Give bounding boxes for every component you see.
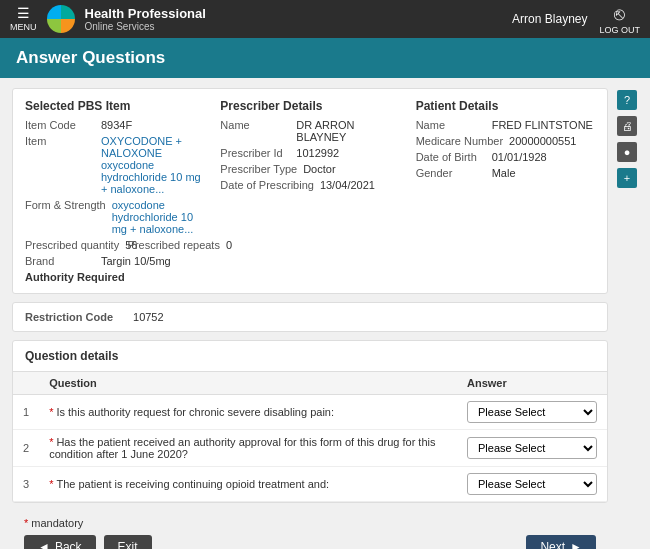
pbs-item-row: Item OXYCODONE + NALOXONE oxycodone hydr…: [25, 135, 204, 195]
page-title: Answer Questions: [16, 48, 165, 67]
gender-row: Gender Male: [416, 167, 595, 179]
print-button[interactable]: 🖨: [617, 116, 637, 136]
pbs-qty-label: Prescribed quantity: [25, 239, 119, 251]
col-answer-header: Answer: [457, 372, 607, 395]
logout-label: LOG OUT: [599, 25, 640, 35]
back-label: Back: [55, 540, 82, 549]
question-text: *The patient is receiving continuing opi…: [39, 467, 457, 502]
required-star: *: [49, 406, 53, 418]
logout-button[interactable]: ⎋ LOG OUT: [599, 4, 640, 35]
question-card: Question details Question Answer 1 *Is t…: [12, 340, 608, 503]
pbs-item-code-row: Item Code 8934F: [25, 119, 204, 131]
pbs-column: Selected PBS Item Item Code 8934F Item O…: [25, 99, 204, 283]
question-text: *Has the patient received an authority a…: [39, 430, 457, 467]
date-prescribing-value: 13/04/2021: [320, 179, 375, 191]
pbs-item-code-label: Item Code: [25, 119, 95, 131]
col-question-header: Question: [39, 372, 457, 395]
main-content: Selected PBS Item Item Code 8934F Item O…: [0, 78, 650, 549]
prescriber-name-value: DR ARRON BLAYNEY: [296, 119, 399, 143]
mandatory-note: * mandatory: [24, 517, 596, 529]
header-left: ☰ MENU Health Professional Online Servic…: [10, 5, 206, 33]
question-text: *Is this authority request for chronic s…: [39, 395, 457, 430]
prescriber-id-label: Prescriber Id: [220, 147, 290, 159]
date-prescribing-row: Date of Prescribing 13/04/2021: [220, 179, 399, 191]
logo-icon: [47, 5, 75, 33]
prescriber-type-label: Prescriber Type: [220, 163, 297, 175]
patient-column: Patient Details Name FRED FLINTSTONE Med…: [416, 99, 595, 283]
gender-value: Male: [492, 167, 516, 179]
help-button[interactable]: ?: [617, 90, 637, 110]
patient-name-value: FRED FLINTSTONE: [492, 119, 593, 131]
prescriber-type-value: Doctor: [303, 163, 335, 175]
prescriber-name-label: Name: [220, 119, 290, 143]
pbs-brand-label: Brand: [25, 255, 95, 267]
info-button[interactable]: ●: [617, 142, 637, 162]
dob-label: Date of Birth: [416, 151, 486, 163]
app-name-line2: Online Services: [85, 21, 206, 32]
pbs-repeats-label: Prescribed repeats: [128, 239, 220, 251]
page-title-bar: Answer Questions: [0, 38, 650, 78]
next-arrow-icon: ►: [570, 540, 582, 549]
prescriber-column: Prescriber Details Name DR ARRON BLAYNEY…: [220, 99, 399, 283]
required-star: *: [49, 478, 53, 490]
header-title: Health Professional Online Services: [85, 6, 206, 32]
answer-select-3[interactable]: Please Select Yes No: [467, 473, 597, 495]
patient-name-label: Name: [416, 119, 486, 131]
col-num-header: [13, 372, 39, 395]
prescriber-id-row: Prescriber Id 1012992: [220, 147, 399, 159]
mandatory-label: mandatory: [31, 517, 83, 529]
logout-icon: ⎋: [614, 4, 625, 25]
question-number: 2: [13, 430, 39, 467]
prescriber-name-row: Name DR ARRON BLAYNEY: [220, 119, 399, 143]
pbs-item-label: Item: [25, 135, 95, 195]
side-toolbar: ? 🖨 ● +: [616, 88, 638, 549]
medicare-row: Medicare Number 20000000551: [416, 135, 595, 147]
help-icon: ?: [624, 94, 630, 106]
menu-label: MENU: [10, 22, 37, 32]
medicare-value: 20000000551: [509, 135, 576, 147]
required-star: *: [49, 436, 53, 448]
user-name: Arron Blayney: [512, 12, 587, 26]
restriction-code-value: 10752: [133, 311, 164, 323]
menu-button[interactable]: ☰ MENU: [10, 5, 37, 33]
question-number: 3: [13, 467, 39, 502]
pbs-form-row: Form & Strength oxycodone hydrochloride …: [25, 199, 204, 235]
pbs-item-code-value: 8934F: [101, 119, 132, 131]
footer: * mandatory ◄ Back Exit Next ►: [12, 511, 608, 549]
print-icon: 🖨: [622, 120, 633, 132]
pbs-brand-row: Brand Targin 10/5mg: [25, 255, 204, 267]
prescriber-type-row: Prescriber Type Doctor: [220, 163, 399, 175]
mandatory-star: *: [24, 517, 28, 529]
content-area: Selected PBS Item Item Code 8934F Item O…: [12, 88, 608, 549]
question-answer-cell: Please Select Yes No: [457, 430, 607, 467]
next-button[interactable]: Next ►: [526, 535, 596, 549]
restriction-code-label: Restriction Code: [25, 311, 113, 323]
button-row: ◄ Back Exit Next ►: [24, 535, 596, 549]
exit-button[interactable]: Exit: [104, 535, 152, 549]
back-arrow-icon: ◄: [38, 540, 50, 549]
answer-select-1[interactable]: Please Select Yes No: [467, 401, 597, 423]
back-button[interactable]: ◄ Back: [24, 535, 96, 549]
info-card: Selected PBS Item Item Code 8934F Item O…: [12, 88, 608, 294]
btn-left-group: ◄ Back Exit: [24, 535, 152, 549]
pbs-brand-value: Targin 10/5mg: [101, 255, 171, 267]
header-right: Arron Blayney ⎋ LOG OUT: [512, 4, 640, 35]
medicare-label: Medicare Number: [416, 135, 503, 147]
question-answer-cell: Please Select Yes No: [457, 467, 607, 502]
pbs-qty-row: Prescribed quantity 56 Prescribed repeat…: [25, 239, 204, 251]
table-row: 3 *The patient is receiving continuing o…: [13, 467, 607, 502]
info-grid: Selected PBS Item Item Code 8934F Item O…: [25, 99, 595, 283]
answer-select-2[interactable]: Please Select Yes No: [467, 437, 597, 459]
next-label: Next: [540, 540, 565, 549]
table-row: 1 *Is this authority request for chronic…: [13, 395, 607, 430]
prescriber-id-value: 1012992: [296, 147, 339, 159]
add-icon: +: [624, 172, 630, 184]
dob-value: 01/01/1928: [492, 151, 547, 163]
pbs-item-value[interactable]: OXYCODONE + NALOXONE oxycodone hydrochlo…: [101, 135, 204, 195]
exit-label: Exit: [118, 540, 138, 549]
question-number: 1: [13, 395, 39, 430]
authority-required-label: Authority Required: [25, 271, 204, 283]
patient-section-title: Patient Details: [416, 99, 595, 113]
pbs-form-value[interactable]: oxycodone hydrochloride 10 mg + naloxone…: [112, 199, 205, 235]
add-button[interactable]: +: [617, 168, 637, 188]
